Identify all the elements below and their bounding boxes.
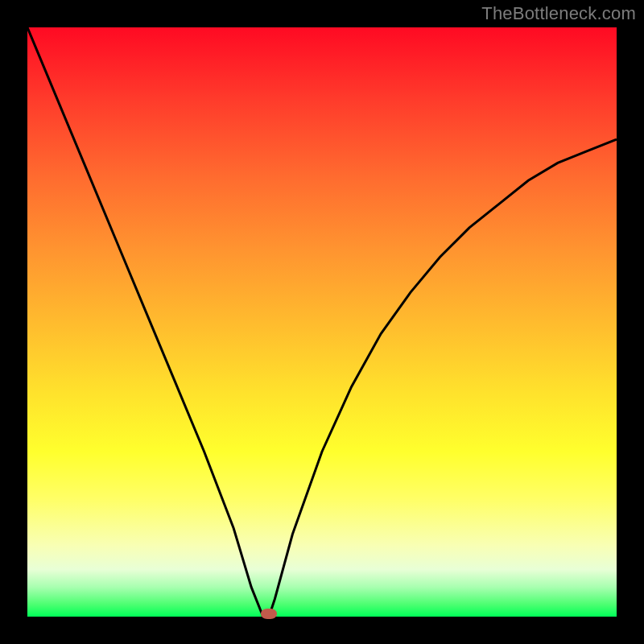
optimal-point-marker <box>261 609 277 619</box>
curve-path <box>27 27 617 617</box>
watermark-text: TheBottleneck.com <box>481 3 636 24</box>
chart-frame: TheBottleneck.com <box>0 0 644 644</box>
bottleneck-curve <box>27 27 617 617</box>
plot-area <box>27 27 617 617</box>
